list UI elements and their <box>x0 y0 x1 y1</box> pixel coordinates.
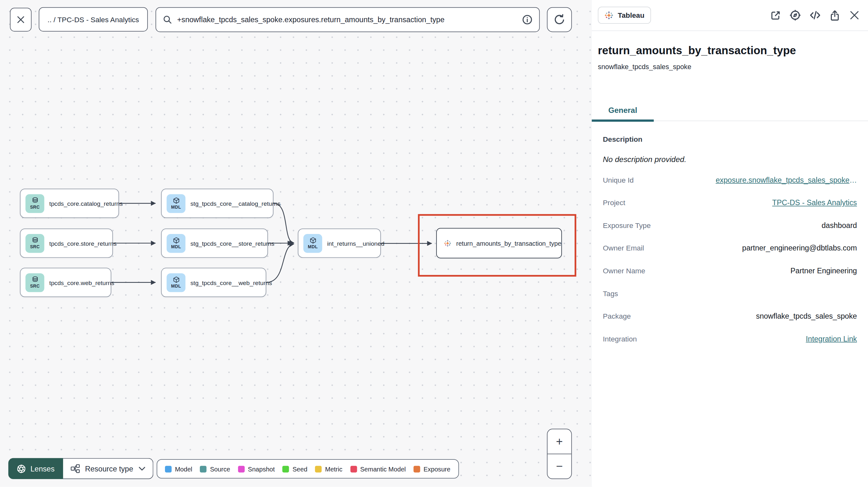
tableau-icon <box>444 236 451 250</box>
node-badge: MDL <box>308 245 317 250</box>
field-row-project: Project TPC-DS - Sales Analytics <box>603 192 857 214</box>
graph-node-source[interactable]: SRC tpcds_core.catalog_returns <box>20 189 119 218</box>
lineage-canvas[interactable]: SRC tpcds_core.catalog_returns SRC tpcds… <box>0 0 592 487</box>
model-cube-icon: MDL <box>166 273 185 292</box>
zoom-in-button[interactable]: + <box>548 429 571 454</box>
source-database-icon: SRC <box>25 234 44 252</box>
node-label: stg_tpcds_core__web_returns <box>190 279 272 286</box>
description-header: Description <box>603 135 857 143</box>
graph-node-model[interactable]: MDL stg_tpcds_core__store_returns <box>161 229 268 258</box>
share-icon <box>829 10 840 21</box>
field-row-integration: Integration Integration Link <box>603 327 857 350</box>
lineage-search[interactable] <box>155 7 540 32</box>
integration-link[interactable]: Integration Link <box>806 335 857 343</box>
field-row-package: Package snowflake_tpcds_sales_spoke <box>603 305 857 327</box>
tool-badge-label: Tableau <box>618 11 644 19</box>
unique-id-link[interactable]: exposure.snowflake_tpcds_sales_spoke <box>716 176 849 184</box>
graph-node-model[interactable]: MDL stg_tpcds_core__catalog_returns <box>161 189 274 218</box>
panel-body: Description No description provided. Uni… <box>592 121 868 350</box>
legend-item: Snapshot <box>238 465 275 472</box>
details-panel: Tableau return_amounts_b <box>592 0 868 487</box>
node-badge: SRC <box>30 284 40 289</box>
node-badge: SRC <box>30 245 40 250</box>
seed-swatch <box>283 465 289 472</box>
details-panel-header: Tableau <box>592 0 868 31</box>
metric-swatch <box>315 465 322 472</box>
field-row-owner-email: Owner Email partner_engineering@dbtlabs.… <box>603 237 857 260</box>
search-input[interactable] <box>177 15 517 24</box>
node-label: tpcds_core.catalog_returns <box>49 200 123 207</box>
panel-tabs: General <box>592 99 868 122</box>
tableau-icon <box>604 11 613 20</box>
model-cube-icon: MDL <box>166 234 185 252</box>
snapshot-swatch <box>238 465 245 472</box>
graph-node-source[interactable]: SRC tpcds_core.store_returns <box>20 229 113 258</box>
tab-general[interactable]: General <box>592 99 654 122</box>
project-link[interactable]: TPC-DS - Sales Analytics <box>772 198 857 207</box>
node-label: tpcds_core.web_returns <box>49 279 114 286</box>
canvas-zoom-control: + − <box>547 429 572 479</box>
legend-item: Model <box>165 465 192 472</box>
model-cube-icon: MDL <box>166 194 185 213</box>
semantic-model-swatch <box>350 465 357 472</box>
graph-node-source[interactable]: SRC tpcds_core.web_returns <box>20 268 111 297</box>
resource-legend: Model Source Snapshot Seed Metric Semant… <box>157 459 459 479</box>
code-icon <box>809 9 821 21</box>
close-lineage-button[interactable] <box>10 8 31 31</box>
node-badge: MDL <box>171 245 181 250</box>
panel-actions <box>770 9 860 21</box>
node-label: tpcds_core.store_returns <box>49 240 117 246</box>
resource-title: return_amounts_by_transaction_type <box>598 44 796 57</box>
source-database-icon: SRC <box>25 194 44 213</box>
field-row-tags: Tags <box>603 282 857 305</box>
chevron-down-icon <box>138 466 146 471</box>
source-swatch <box>200 465 207 472</box>
close-icon <box>16 15 26 24</box>
zoom-out-button[interactable]: − <box>548 454 571 479</box>
field-row-unique-id: Unique Id exposure.snowflake_tpcds_sales… <box>603 169 857 192</box>
info-icon[interactable] <box>522 14 532 25</box>
refresh-button[interactable] <box>547 7 572 32</box>
external-link-icon <box>770 10 781 21</box>
metadata-fields: Unique Id exposure.snowflake_tpcds_sales… <box>603 169 857 350</box>
node-badge: MDL <box>171 284 181 289</box>
close-icon <box>849 9 860 21</box>
node-label: stg_tpcds_core__store_returns <box>190 240 274 246</box>
field-row-exposure-type: Exposure Type dashboard <box>603 214 857 237</box>
refresh-icon <box>554 14 565 26</box>
node-label: int_returns__unioned <box>327 240 384 246</box>
view-code-button[interactable] <box>809 9 821 21</box>
legend-item: Semantic Model <box>350 465 406 472</box>
node-badge: SRC <box>30 205 40 210</box>
graph-node-model[interactable]: MDL int_returns__unioned <box>298 229 381 258</box>
node-label: return_amounts_by_transaction_type <box>456 240 561 246</box>
lenses-button[interactable]: Lenses <box>8 458 63 479</box>
resource-type-dropdown[interactable]: Resource type <box>63 458 153 479</box>
resource-package-subtitle: snowflake_tpcds_sales_spoke <box>598 63 691 71</box>
open-external-button[interactable] <box>770 10 781 21</box>
search-icon <box>163 15 172 24</box>
description-empty-text: No description provided. <box>603 155 857 164</box>
close-panel-button[interactable] <box>849 9 860 21</box>
share-button[interactable] <box>829 10 840 21</box>
node-badge: MDL <box>171 205 181 210</box>
breadcrumb[interactable]: .. / TPC-DS - Sales Analytics <box>39 7 148 32</box>
graph-node-exposure-selected[interactable]: return_amounts_by_transaction_type <box>436 228 562 258</box>
explore-button[interactable] <box>789 9 801 21</box>
lens-aperture-icon <box>17 464 26 474</box>
resource-type-icon <box>70 463 80 474</box>
lenses-label: Lenses <box>30 464 55 473</box>
exposure-swatch <box>413 465 420 472</box>
dbt-explorer-lineage-app: SRC tpcds_core.catalog_returns SRC tpcds… <box>0 0 868 487</box>
model-cube-icon: MDL <box>303 234 322 252</box>
legend-item: Seed <box>283 465 307 472</box>
legend-item: Source <box>200 465 230 472</box>
graph-node-model[interactable]: MDL stg_tpcds_core__web_returns <box>161 268 267 297</box>
node-label: stg_tpcds_core__catalog_returns <box>190 200 280 207</box>
resource-type-label: Resource type <box>85 464 133 473</box>
tool-badge: Tableau <box>598 7 651 24</box>
compass-icon <box>789 9 801 21</box>
legend-item: Exposure <box>413 465 450 472</box>
model-swatch <box>165 465 172 472</box>
source-database-icon: SRC <box>25 273 44 292</box>
